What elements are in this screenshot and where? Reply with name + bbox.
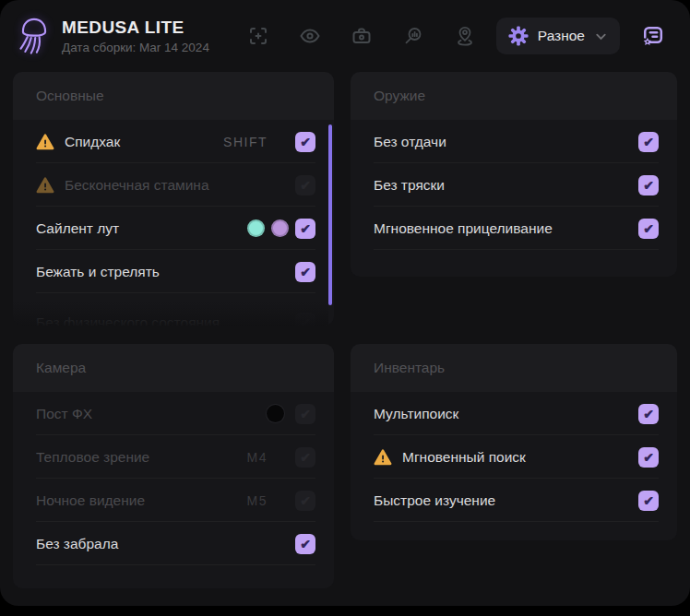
checkbox-instant-search[interactable] [638, 447, 659, 468]
panel-main-scrollbar[interactable] [328, 124, 332, 305]
feature-label: Пост ФХ [36, 406, 92, 422]
feature-label: Спидхак [65, 134, 120, 150]
eye-icon[interactable] [299, 25, 321, 47]
checkbox-run-and-shoot[interactable] [295, 262, 315, 282]
row-no-physical-state[interactable]: Без физического состояния [13, 301, 334, 326]
keybind-label[interactable]: M4 [247, 450, 268, 465]
gear-icon [508, 26, 529, 46]
config-badge-icon[interactable] [638, 22, 666, 50]
warning-icon [36, 177, 54, 194]
keybind-label[interactable]: SHIFT [223, 135, 268, 149]
category-select[interactable]: Разное [496, 18, 620, 54]
row-instant-aim[interactable]: Мгновенное прицеливание [351, 207, 677, 250]
checkbox-no-visor[interactable] [295, 534, 315, 554]
checkbox-speedhack[interactable] [295, 132, 315, 152]
row-night-vision[interactable]: Ночное видение M5 [13, 479, 334, 522]
row-instant-search[interactable]: Мгновенный поиск [351, 435, 677, 479]
checkbox-silent-loot[interactable] [295, 219, 315, 239]
chevron-down-icon [594, 30, 608, 43]
right-column: Оружие Без отдачи Без тряски Мгновенное … [351, 72, 677, 588]
checkbox-no-physical-state[interactable] [295, 313, 315, 326]
nav-icon-bar [247, 25, 476, 47]
feature-label: Без отдачи [374, 134, 446, 150]
checkbox-thermal-vision[interactable] [295, 447, 315, 468]
row-post-fx[interactable]: Пост ФХ [13, 392, 334, 435]
panel-weapons-title: Оружие [351, 72, 677, 120]
checkbox-night-vision[interactable] [295, 491, 315, 511]
top-bar: MEDUSA LITE Дата сборки: Mar 14 2024 [0, 0, 690, 72]
panel-camera: Камера Пост ФХ Тепловое зрение M4 Ночное… [13, 344, 334, 588]
feature-label: Мгновенное прицеливание [374, 220, 553, 237]
row-no-recoil[interactable]: Без отдачи [351, 120, 677, 163]
row-thermal-vision[interactable]: Тепловое зрение M4 [13, 435, 334, 479]
feature-label: Быстрое изучение [374, 492, 495, 509]
row-infinite-stamina[interactable]: Бесконечная стамина [13, 163, 334, 207]
briefcase-icon[interactable] [351, 25, 373, 47]
app-title: MEDUSA LITE [62, 18, 209, 38]
feature-label: Мгновенный поиск [402, 449, 526, 466]
feature-label: Без тряски [374, 177, 445, 194]
checkbox-no-shake[interactable] [638, 175, 659, 195]
row-multisearch[interactable]: Мультипоиск [351, 392, 677, 435]
feature-label: Мультипоиск [374, 406, 458, 422]
build-date: Дата сборки: Mar 14 2024 [62, 41, 209, 54]
color-swatch-black[interactable] [267, 405, 284, 422]
row-no-shake[interactable]: Без тряски [351, 163, 677, 207]
warning-icon [36, 134, 54, 150]
panel-main-title: Основные [13, 72, 334, 120]
crosshair-icon[interactable] [247, 25, 269, 47]
feature-label: Без забрала [36, 536, 118, 552]
category-select-label: Разное [538, 28, 585, 44]
checkbox-post-fx[interactable] [295, 404, 315, 424]
feature-label: Без физического состояния [36, 314, 220, 326]
left-column: Основные Спидхак SHIFT Бесконечная стами… [13, 72, 334, 588]
feature-label: Тепловое зрение [36, 449, 149, 466]
row-silent-loot[interactable]: Сайлент лут [13, 207, 334, 250]
keybind-label[interactable]: M5 [247, 493, 268, 508]
checkbox-no-recoil[interactable] [638, 132, 659, 152]
feature-label: Ночное видение [36, 492, 145, 509]
checkbox-multisearch[interactable] [638, 404, 659, 424]
panel-weapons: Оружие Без отдачи Без тряски Мгновенное … [351, 72, 677, 277]
title-block: MEDUSA LITE Дата сборки: Mar 14 2024 [62, 18, 209, 54]
color-swatch-cyan[interactable] [247, 219, 265, 237]
search-stats-icon[interactable] [402, 25, 424, 47]
row-run-and-shoot[interactable]: Бежать и стрелять [13, 250, 334, 293]
location-pin-icon[interactable] [454, 25, 476, 47]
warning-icon [374, 449, 392, 466]
panel-inventory-title: Инвентарь [351, 344, 677, 392]
row-no-visor[interactable]: Без забрала [13, 522, 334, 565]
feature-label: Бежать и стрелять [36, 264, 160, 280]
content-area: Основные Спидхак SHIFT Бесконечная стами… [13, 72, 677, 588]
checkbox-instant-aim[interactable] [638, 219, 659, 239]
panel-main: Основные Спидхак SHIFT Бесконечная стами… [13, 72, 334, 326]
feature-label: Бесконечная стамина [65, 177, 209, 194]
checkbox-fast-examine[interactable] [638, 491, 659, 511]
feature-label: Сайлент лут [36, 220, 119, 237]
row-fast-examine[interactable]: Быстрое изучение [351, 479, 677, 522]
color-swatch-purple[interactable] [271, 219, 289, 237]
row-speedhack[interactable]: Спидхак SHIFT [13, 120, 334, 163]
panel-camera-title: Камера [13, 344, 334, 392]
jellyfish-logo-icon [15, 13, 54, 59]
checkbox-infinite-stamina[interactable] [295, 175, 315, 195]
panel-inventory: Инвентарь Мультипоиск Мгновенный поиск Б… [351, 344, 677, 540]
app-window: MEDUSA LITE Дата сборки: Mar 14 2024 [0, 0, 690, 606]
